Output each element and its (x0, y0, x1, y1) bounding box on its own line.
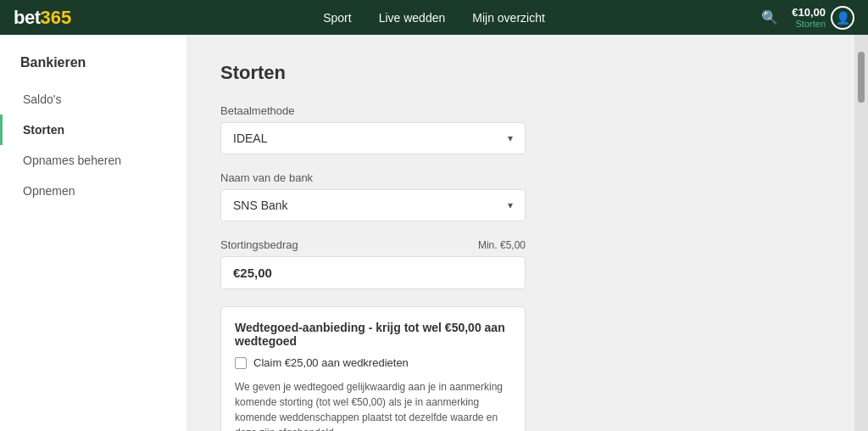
promo-checkbox-row[interactable]: Claim €25,00 aan wedkredieten (235, 356, 511, 369)
payment-method-chevron-icon: ▾ (508, 132, 513, 144)
account-widget[interactable]: €10,00 Storten 👤 (792, 6, 854, 30)
main-content: Storten Betaalmethode IDEAL ▾ Naam van d… (186, 35, 854, 431)
sidebar-item-opnemen[interactable]: Opnemen (0, 176, 186, 206)
sidebar-item-storten[interactable]: Storten (0, 115, 186, 145)
avatar[interactable]: 👤 (831, 6, 854, 30)
header-right: 🔍 €10,00 Storten 👤 (761, 6, 854, 30)
bank-name-chevron-icon: ▾ (508, 199, 513, 211)
bank-name-section: Naam van de bank SNS Bank ▾ (220, 171, 821, 221)
balance-amount: €10,00 (792, 6, 826, 19)
page-layout: Bankieren Saldo's Storten Opnames behere… (0, 35, 868, 431)
promo-checkbox-label: Claim €25,00 aan wedkredieten (253, 356, 409, 369)
payment-method-label: Betaalmethode (220, 104, 821, 117)
payment-method-select[interactable]: IDEAL ▾ (220, 122, 526, 154)
amount-section: Stortingsbedrag Min. €5,00 €25,00 (220, 238, 821, 289)
scrollbar-track[interactable] (854, 35, 868, 431)
sidebar-item-saldos[interactable]: Saldo's (0, 84, 186, 115)
nav-sport[interactable]: Sport (323, 11, 351, 25)
promo-title: Wedtegoed-aanbieding - krijg tot wel €50… (235, 321, 511, 348)
bank-name-value: SNS Bank (233, 199, 288, 212)
promo-box: Wedtegoed-aanbieding - krijg tot wel €50… (220, 306, 526, 431)
sidebar: Bankieren Saldo's Storten Opnames behere… (0, 35, 186, 431)
balance-label: Storten (792, 19, 826, 29)
page-title: Storten (220, 62, 821, 84)
amount-input[interactable]: €25,00 (220, 256, 526, 289)
nav-account[interactable]: Mijn overzicht (472, 11, 545, 25)
payment-method-section: Betaalmethode IDEAL ▾ (220, 104, 821, 154)
amount-row: Stortingsbedrag Min. €5,00 (220, 238, 526, 251)
amount-min: Min. €5,00 (478, 239, 526, 251)
bank-name-select[interactable]: SNS Bank ▾ (220, 189, 526, 221)
bank-name-label: Naam van de bank (220, 171, 821, 184)
logo-365: 365 (41, 7, 72, 29)
amount-label: Stortingsbedrag (220, 238, 298, 251)
main-nav: Sport Live wedden Mijn overzicht (323, 11, 545, 25)
nav-live[interactable]: Live wedden (379, 11, 446, 25)
scrollbar-thumb[interactable] (858, 52, 865, 103)
payment-method-value: IDEAL (233, 132, 267, 145)
sidebar-item-opnames-beheren[interactable]: Opnames beheren (0, 145, 186, 176)
logo-bet: bet (14, 7, 41, 29)
logo[interactable]: bet365 (14, 7, 71, 29)
search-icon[interactable]: 🔍 (761, 9, 778, 25)
promo-checkbox[interactable] (235, 357, 247, 369)
balance-display: €10,00 Storten (792, 6, 826, 29)
promo-description: We geven je wedtegoed gelijkwaardig aan … (235, 379, 511, 431)
header: bet365 Sport Live wedden Mijn overzicht … (0, 0, 868, 35)
sidebar-title: Bankieren (0, 55, 186, 84)
